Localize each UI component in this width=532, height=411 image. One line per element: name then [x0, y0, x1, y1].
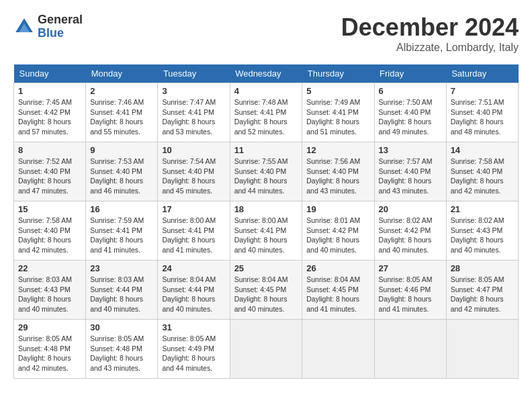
- day-1: 1 Sunrise: 7:45 AMSunset: 4:42 PMDayligh…: [14, 83, 86, 142]
- location: Albizzate, Lombardy, Italy: [341, 42, 519, 54]
- day-28: 28 Sunrise: 8:05 AMSunset: 4:47 PMDaylig…: [446, 261, 518, 320]
- week-row-2: 8 Sunrise: 7:52 AMSunset: 4:40 PMDayligh…: [14, 142, 519, 201]
- calendar: Sunday Monday Tuesday Wednesday Thursday…: [13, 64, 519, 379]
- header: General Blue December 2024 Albizzate, Lo…: [13, 13, 519, 54]
- month-title: December 2024: [341, 13, 519, 42]
- day-13: 13 Sunrise: 7:57 AMSunset: 4:40 PMDaylig…: [374, 142, 446, 201]
- day-23: 23 Sunrise: 8:03 AMSunset: 4:44 PMDaylig…: [86, 261, 158, 320]
- day-17: 17 Sunrise: 8:00 AMSunset: 4:41 PMDaylig…: [158, 201, 230, 261]
- week-row-5: 29 Sunrise: 8:05 AMSunset: 4:48 PMDaylig…: [14, 320, 519, 379]
- day-31: 31 Sunrise: 8:05 AMSunset: 4:49 PMDaylig…: [158, 320, 230, 379]
- empty-cell-1: [230, 320, 302, 379]
- logo-icon: [13, 16, 35, 38]
- day-10: 10 Sunrise: 7:54 AMSunset: 4:40 PMDaylig…: [158, 142, 230, 201]
- week-row-4: 22 Sunrise: 8:03 AMSunset: 4:43 PMDaylig…: [14, 261, 519, 320]
- logo: General Blue: [13, 13, 83, 40]
- day-20: 20 Sunrise: 8:02 AMSunset: 4:42 PMDaylig…: [374, 201, 446, 261]
- day-5: 5 Sunrise: 7:49 AMSunset: 4:41 PMDayligh…: [302, 83, 374, 142]
- day-30: 30 Sunrise: 8:05 AMSunset: 4:48 PMDaylig…: [86, 320, 158, 379]
- header-sunday: Sunday: [14, 64, 86, 83]
- header-monday: Monday: [86, 64, 158, 83]
- day-21: 21 Sunrise: 8:02 AMSunset: 4:43 PMDaylig…: [446, 201, 518, 261]
- title-area: December 2024 Albizzate, Lombardy, Italy: [341, 13, 519, 54]
- day-8: 8 Sunrise: 7:52 AMSunset: 4:40 PMDayligh…: [14, 142, 86, 201]
- day-2: 2 Sunrise: 7:46 AMSunset: 4:41 PMDayligh…: [86, 83, 158, 142]
- empty-cell-4: [446, 320, 518, 379]
- day-12: 12 Sunrise: 7:56 AMSunset: 4:40 PMDaylig…: [302, 142, 374, 201]
- empty-cell-2: [302, 320, 374, 379]
- empty-cell-3: [374, 320, 446, 379]
- week-row-3: 15 Sunrise: 7:58 AMSunset: 4:40 PMDaylig…: [14, 201, 519, 261]
- header-friday: Friday: [374, 64, 446, 83]
- day-29: 29 Sunrise: 8:05 AMSunset: 4:48 PMDaylig…: [14, 320, 86, 379]
- header-saturday: Saturday: [446, 64, 518, 83]
- day-16: 16 Sunrise: 7:59 AMSunset: 4:41 PMDaylig…: [86, 201, 158, 261]
- day-9: 9 Sunrise: 7:53 AMSunset: 4:40 PMDayligh…: [86, 142, 158, 201]
- header-tuesday: Tuesday: [158, 64, 230, 83]
- weekday-header-row: Sunday Monday Tuesday Wednesday Thursday…: [14, 64, 519, 83]
- logo-blue-text: Blue: [38, 26, 64, 40]
- day-15: 15 Sunrise: 7:58 AMSunset: 4:40 PMDaylig…: [14, 201, 86, 261]
- day-25: 25 Sunrise: 8:04 AMSunset: 4:45 PMDaylig…: [230, 261, 302, 320]
- day-6: 6 Sunrise: 7:50 AMSunset: 4:40 PMDayligh…: [374, 83, 446, 142]
- day-11: 11 Sunrise: 7:55 AMSunset: 4:40 PMDaylig…: [230, 142, 302, 201]
- day-27: 27 Sunrise: 8:05 AMSunset: 4:46 PMDaylig…: [374, 261, 446, 320]
- day-4: 4 Sunrise: 7:48 AMSunset: 4:41 PMDayligh…: [230, 83, 302, 142]
- day-14: 14 Sunrise: 7:58 AMSunset: 4:40 PMDaylig…: [446, 142, 518, 201]
- day-19: 19 Sunrise: 8:01 AMSunset: 4:42 PMDaylig…: [302, 201, 374, 261]
- day-3: 3 Sunrise: 7:47 AMSunset: 4:41 PMDayligh…: [158, 83, 230, 142]
- week-row-1: 1 Sunrise: 7:45 AMSunset: 4:42 PMDayligh…: [14, 83, 519, 142]
- day-18: 18 Sunrise: 8:00 AMSunset: 4:41 PMDaylig…: [230, 201, 302, 261]
- day-26: 26 Sunrise: 8:04 AMSunset: 4:45 PMDaylig…: [302, 261, 374, 320]
- logo-general-text: General: [38, 13, 83, 26]
- day-24: 24 Sunrise: 8:04 AMSunset: 4:44 PMDaylig…: [158, 261, 230, 320]
- day-22: 22 Sunrise: 8:03 AMSunset: 4:43 PMDaylig…: [14, 261, 86, 320]
- day-7: 7 Sunrise: 7:51 AMSunset: 4:40 PMDayligh…: [446, 83, 518, 142]
- header-wednesday: Wednesday: [230, 64, 302, 83]
- header-thursday: Thursday: [302, 64, 374, 83]
